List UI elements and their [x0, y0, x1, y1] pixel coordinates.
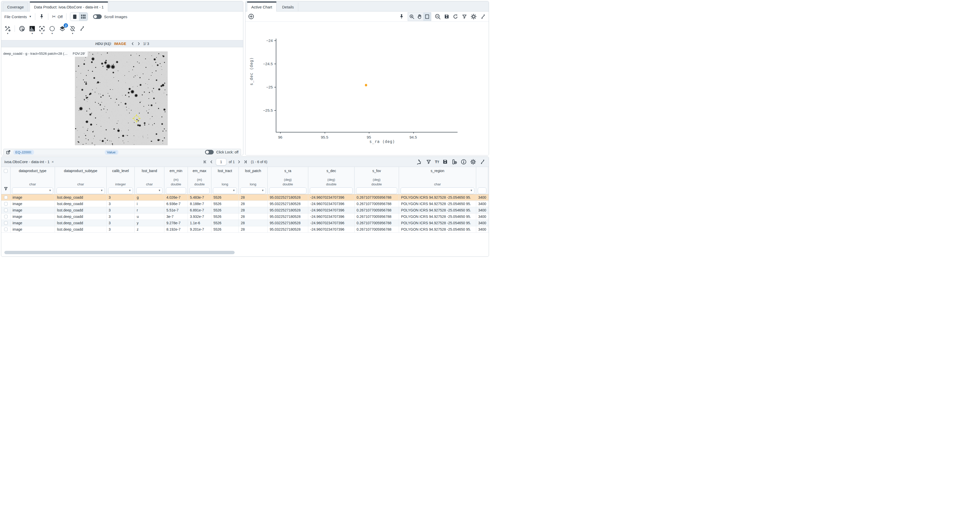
- single-view-button[interactable]: [70, 13, 79, 21]
- table-row[interactable]: imagelsst.deep_coadd3z8.192e-79.201e-755…: [1, 226, 489, 233]
- filter-lsst_tract[interactable]: ▼: [213, 188, 237, 194]
- table-options-button[interactable]: [470, 159, 476, 165]
- filter-table-button[interactable]: [426, 159, 431, 165]
- column-header-partial[interactable]: [476, 167, 488, 194]
- filter-em_max[interactable]: [189, 188, 210, 194]
- prev-hdu-button[interactable]: [131, 42, 134, 46]
- last-page-button[interactable]: [243, 160, 247, 164]
- table-row[interactable]: imagelsst.deep_coadd3g4.026e-75.483e-755…: [1, 194, 489, 201]
- row-checkbox[interactable]: [4, 221, 8, 225]
- filter-s_region[interactable]: ▼: [401, 188, 474, 194]
- save-chart-button[interactable]: [444, 14, 449, 19]
- column-header-lsst_patch[interactable]: lsst_patchlong▼: [239, 167, 267, 194]
- chart-options-button[interactable]: [471, 14, 477, 20]
- click-lock-toggle[interactable]: [205, 150, 214, 154]
- cell-lsst_band: y: [135, 220, 164, 226]
- scatter-chart[interactable]: s_dec (deg) s_ra (deg) 9695.59594.5−24−2…: [245, 22, 489, 156]
- filter-em_min[interactable]: [166, 188, 186, 194]
- filter-s_ra[interactable]: [269, 188, 307, 194]
- layers-button[interactable]: 2: [59, 25, 66, 32]
- zoom-mode-button[interactable]: [408, 13, 415, 21]
- row-checkbox[interactable]: [4, 215, 8, 218]
- grid-view-button[interactable]: [79, 13, 88, 21]
- page-number-input[interactable]: [216, 158, 226, 166]
- expand-viewer-icon[interactable]: [6, 150, 11, 155]
- add-column-icon: [451, 159, 457, 165]
- select-all-checkbox[interactable]: [4, 169, 8, 173]
- column-header-s_dec[interactable]: s_dec(deg)double: [308, 167, 355, 194]
- filter-s_fov[interactable]: [356, 188, 397, 194]
- analyze-button[interactable]: [416, 159, 423, 165]
- column-header-s_fov[interactable]: s_fov(deg)double: [355, 167, 399, 194]
- table-row[interactable]: imagelsst.deep_coadd3u3e-73.932e-7552628…: [1, 213, 489, 220]
- filter-partial[interactable]: [478, 188, 487, 194]
- add-chart-button[interactable]: [248, 13, 255, 20]
- cell-calib_level: 3: [107, 226, 135, 233]
- column-header-dataproduct_type[interactable]: dataproduct_typechar▼: [11, 167, 55, 194]
- chevron-down-icon: ▼: [261, 189, 264, 192]
- column-header-calib_level[interactable]: calib_levelinteger▼: [107, 167, 135, 194]
- tab-coverage[interactable]: Coverage: [3, 3, 28, 11]
- column-header-dataproduct_subtype[interactable]: dataproduct_subtypechar▼: [55, 167, 107, 194]
- cutout-button[interactable]: ✂ Off: [52, 14, 63, 19]
- fits-image-viewer[interactable]: deep_coadd - g - tract=5526 patch=28 (… …: [1, 47, 243, 148]
- scroll-images-toggle[interactable]: [93, 14, 102, 19]
- column-header-em_max[interactable]: em_max(m)double: [188, 167, 212, 194]
- expand-image-button[interactable]: [79, 25, 85, 32]
- restore-chart-button[interactable]: [453, 14, 458, 19]
- tab-details[interactable]: Details: [278, 3, 298, 11]
- select-region-button[interactable]: ▾: [49, 25, 56, 32]
- filter-lsst_band[interactable]: ▼: [136, 188, 162, 194]
- data-point[interactable]: [365, 84, 367, 86]
- close-table-icon[interactable]: ×: [52, 159, 54, 164]
- table-info-button[interactable]: [461, 159, 467, 165]
- tab-active-chart[interactable]: Active Chart: [247, 2, 277, 11]
- cell-lsst_band: i: [135, 201, 164, 207]
- filter-chart-button[interactable]: [461, 14, 467, 19]
- filter-dataproduct_subtype[interactable]: ▼: [56, 188, 105, 194]
- pin-chart-button[interactable]: [399, 14, 404, 19]
- select-mode-button[interactable]: [423, 13, 431, 21]
- prev-page-button[interactable]: [209, 160, 213, 164]
- table-row[interactable]: imagelsst.deep_coadd3i6.936e-78.188e-755…: [1, 201, 489, 207]
- tools-button[interactable]: ▾: [4, 25, 11, 32]
- file-contents-dropdown[interactable]: File Contents ▼: [4, 14, 32, 19]
- stretch-button[interactable]: ▾: [29, 25, 35, 32]
- next-page-button[interactable]: [237, 160, 241, 164]
- expand-table-button[interactable]: [479, 159, 486, 165]
- chevron-down-icon: ▾: [41, 32, 43, 35]
- column-header-s_ra[interactable]: s_ra(deg)double: [267, 167, 308, 194]
- table-row[interactable]: imagelsst.deep_coadd3r5.51e-76.891e-7552…: [1, 207, 489, 213]
- filter-row-button[interactable]: [3, 186, 8, 191]
- filter-s_dec[interactable]: [310, 188, 353, 194]
- add-column-button[interactable]: [451, 159, 457, 165]
- expand-chart-button[interactable]: [480, 14, 486, 20]
- color-button[interactable]: [19, 25, 25, 32]
- horizontal-scrollbar[interactable]: [4, 251, 235, 254]
- table-row[interactable]: imagelsst.deep_coadd3y9.278e-71.1e-65526…: [1, 220, 489, 226]
- star-field-image[interactable]: [75, 51, 168, 145]
- column-header-s_region[interactable]: s_regionchar▼: [399, 167, 476, 194]
- wcs-unlock-button[interactable]: ▾: [69, 25, 76, 32]
- recenter-button[interactable]: ▾: [38, 25, 45, 32]
- first-page-button[interactable]: [203, 160, 207, 164]
- chevron-down-icon: ▼: [232, 189, 235, 192]
- row-checkbox[interactable]: [4, 209, 8, 212]
- text-view-button[interactable]: TT: [435, 159, 439, 164]
- table-tab[interactable]: ivoa.ObsCore - data-int - 1 ×: [4, 159, 54, 164]
- filter-calib_level[interactable]: ▼: [108, 188, 133, 194]
- filter-dataproduct_type[interactable]: ▼: [12, 188, 53, 194]
- row-checkbox[interactable]: [4, 196, 8, 199]
- column-header-em_min[interactable]: em_min(m)double: [164, 167, 188, 194]
- filter-lsst_patch[interactable]: ▼: [240, 188, 266, 194]
- next-hdu-button[interactable]: [137, 42, 141, 46]
- row-checkbox[interactable]: [4, 228, 8, 231]
- save-table-button[interactable]: [442, 159, 448, 164]
- column-header-lsst_band[interactable]: lsst_bandchar▼: [135, 167, 164, 194]
- column-header-lsst_tract[interactable]: lsst_tractlong▼: [212, 167, 239, 194]
- zoom-original-button[interactable]: 1X: [434, 14, 441, 20]
- tab-data-product[interactable]: Data Product: ivoa.ObsCore - data-int - …: [30, 2, 108, 11]
- pan-mode-button[interactable]: [415, 13, 423, 21]
- pin-button[interactable]: [39, 14, 45, 19]
- row-checkbox[interactable]: [4, 202, 8, 205]
